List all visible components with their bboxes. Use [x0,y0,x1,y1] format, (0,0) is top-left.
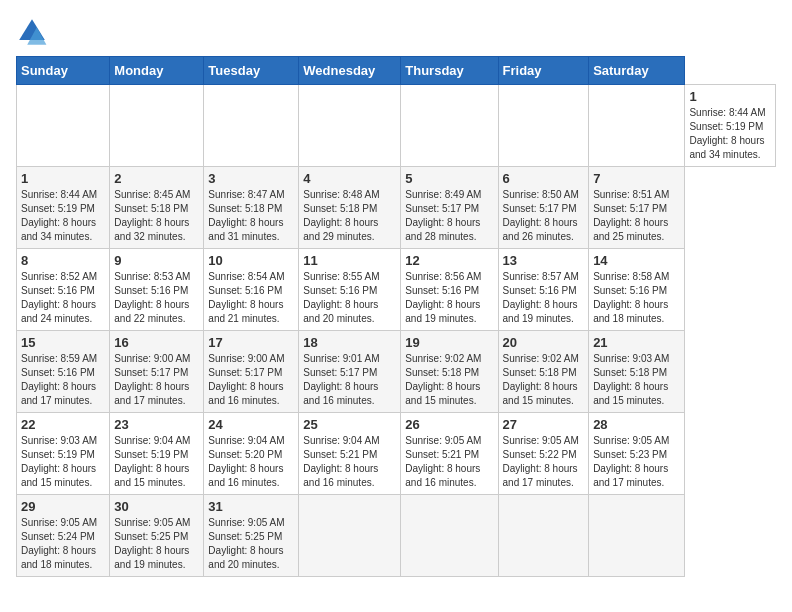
calendar-cell: 11Sunrise: 8:55 AMSunset: 5:16 PMDayligh… [299,249,401,331]
day-detail: Sunrise: 9:01 AMSunset: 5:17 PMDaylight:… [303,352,396,408]
calendar-cell [17,85,110,167]
day-number: 17 [208,335,294,350]
calendar-cell: 21Sunrise: 9:03 AMSunset: 5:18 PMDayligh… [589,331,685,413]
calendar-cell: 12Sunrise: 8:56 AMSunset: 5:16 PMDayligh… [401,249,498,331]
day-detail: Sunrise: 9:05 AMSunset: 5:23 PMDaylight:… [593,434,680,490]
day-detail: Sunrise: 9:00 AMSunset: 5:17 PMDaylight:… [114,352,199,408]
calendar-cell: 19Sunrise: 9:02 AMSunset: 5:18 PMDayligh… [401,331,498,413]
logo-icon [16,16,48,48]
day-detail: Sunrise: 8:52 AMSunset: 5:16 PMDaylight:… [21,270,105,326]
calendar-week-row: 15Sunrise: 8:59 AMSunset: 5:16 PMDayligh… [17,331,776,413]
calendar-cell: 1Sunrise: 8:44 AMSunset: 5:19 PMDaylight… [685,85,776,167]
calendar-cell: 10Sunrise: 8:54 AMSunset: 5:16 PMDayligh… [204,249,299,331]
day-number: 2 [114,171,199,186]
calendar-cell: 4Sunrise: 8:48 AMSunset: 5:18 PMDaylight… [299,167,401,249]
day-number: 6 [503,171,585,186]
day-number: 3 [208,171,294,186]
day-number: 26 [405,417,493,432]
day-number: 25 [303,417,396,432]
calendar-day-header: Sunday [17,57,110,85]
day-number: 4 [303,171,396,186]
day-detail: Sunrise: 8:50 AMSunset: 5:17 PMDaylight:… [503,188,585,244]
day-number: 15 [21,335,105,350]
calendar-cell [498,85,589,167]
day-detail: Sunrise: 8:59 AMSunset: 5:16 PMDaylight:… [21,352,105,408]
day-number: 22 [21,417,105,432]
day-detail: Sunrise: 8:48 AMSunset: 5:18 PMDaylight:… [303,188,396,244]
day-detail: Sunrise: 9:02 AMSunset: 5:18 PMDaylight:… [503,352,585,408]
day-detail: Sunrise: 9:05 AMSunset: 5:21 PMDaylight:… [405,434,493,490]
calendar-week-row: 8Sunrise: 8:52 AMSunset: 5:16 PMDaylight… [17,249,776,331]
calendar-week-row: 1Sunrise: 8:44 AMSunset: 5:19 PMDaylight… [17,167,776,249]
day-detail: Sunrise: 9:03 AMSunset: 5:19 PMDaylight:… [21,434,105,490]
day-detail: Sunrise: 9:04 AMSunset: 5:21 PMDaylight:… [303,434,396,490]
calendar-header-row: SundayMondayTuesdayWednesdayThursdayFrid… [17,57,776,85]
calendar-cell: 31Sunrise: 9:05 AMSunset: 5:25 PMDayligh… [204,495,299,577]
day-number: 16 [114,335,199,350]
day-detail: Sunrise: 9:04 AMSunset: 5:20 PMDaylight:… [208,434,294,490]
calendar-week-row: 1Sunrise: 8:44 AMSunset: 5:19 PMDaylight… [17,85,776,167]
day-number: 20 [503,335,585,350]
calendar-cell [299,495,401,577]
calendar-cell: 26Sunrise: 9:05 AMSunset: 5:21 PMDayligh… [401,413,498,495]
day-number: 10 [208,253,294,268]
calendar-cell: 2Sunrise: 8:45 AMSunset: 5:18 PMDaylight… [110,167,204,249]
day-detail: Sunrise: 9:04 AMSunset: 5:19 PMDaylight:… [114,434,199,490]
day-number: 27 [503,417,585,432]
calendar-week-row: 22Sunrise: 9:03 AMSunset: 5:19 PMDayligh… [17,413,776,495]
day-number: 5 [405,171,493,186]
calendar-cell: 23Sunrise: 9:04 AMSunset: 5:19 PMDayligh… [110,413,204,495]
calendar-cell: 27Sunrise: 9:05 AMSunset: 5:22 PMDayligh… [498,413,589,495]
day-number: 12 [405,253,493,268]
day-number: 23 [114,417,199,432]
calendar-cell: 20Sunrise: 9:02 AMSunset: 5:18 PMDayligh… [498,331,589,413]
day-detail: Sunrise: 9:05 AMSunset: 5:25 PMDaylight:… [208,516,294,572]
calendar-cell: 17Sunrise: 9:00 AMSunset: 5:17 PMDayligh… [204,331,299,413]
calendar-cell [401,495,498,577]
calendar-day-header: Saturday [589,57,685,85]
calendar-cell [110,85,204,167]
calendar-cell: 7Sunrise: 8:51 AMSunset: 5:17 PMDaylight… [589,167,685,249]
day-detail: Sunrise: 8:54 AMSunset: 5:16 PMDaylight:… [208,270,294,326]
calendar-day-header: Tuesday [204,57,299,85]
calendar-cell [401,85,498,167]
day-number: 24 [208,417,294,432]
calendar-cell: 5Sunrise: 8:49 AMSunset: 5:17 PMDaylight… [401,167,498,249]
calendar-cell: 18Sunrise: 9:01 AMSunset: 5:17 PMDayligh… [299,331,401,413]
calendar-cell [498,495,589,577]
day-detail: Sunrise: 9:05 AMSunset: 5:22 PMDaylight:… [503,434,585,490]
day-number: 9 [114,253,199,268]
day-number: 29 [21,499,105,514]
calendar-cell: 15Sunrise: 8:59 AMSunset: 5:16 PMDayligh… [17,331,110,413]
day-detail: Sunrise: 8:44 AMSunset: 5:19 PMDaylight:… [689,106,771,162]
day-number: 1 [21,171,105,186]
calendar-cell [204,85,299,167]
day-detail: Sunrise: 8:45 AMSunset: 5:18 PMDaylight:… [114,188,199,244]
day-detail: Sunrise: 9:00 AMSunset: 5:17 PMDaylight:… [208,352,294,408]
day-detail: Sunrise: 8:49 AMSunset: 5:17 PMDaylight:… [405,188,493,244]
calendar-cell: 6Sunrise: 8:50 AMSunset: 5:17 PMDaylight… [498,167,589,249]
calendar-cell: 16Sunrise: 9:00 AMSunset: 5:17 PMDayligh… [110,331,204,413]
day-number: 11 [303,253,396,268]
day-number: 18 [303,335,396,350]
day-number: 31 [208,499,294,514]
calendar-cell: 22Sunrise: 9:03 AMSunset: 5:19 PMDayligh… [17,413,110,495]
day-detail: Sunrise: 8:57 AMSunset: 5:16 PMDaylight:… [503,270,585,326]
day-number: 14 [593,253,680,268]
calendar-day-header: Thursday [401,57,498,85]
day-detail: Sunrise: 8:44 AMSunset: 5:19 PMDaylight:… [21,188,105,244]
day-number: 1 [689,89,771,104]
day-detail: Sunrise: 8:56 AMSunset: 5:16 PMDaylight:… [405,270,493,326]
day-detail: Sunrise: 9:03 AMSunset: 5:18 PMDaylight:… [593,352,680,408]
calendar-cell: 24Sunrise: 9:04 AMSunset: 5:20 PMDayligh… [204,413,299,495]
calendar-table: SundayMondayTuesdayWednesdayThursdayFrid… [16,56,776,577]
calendar-cell: 13Sunrise: 8:57 AMSunset: 5:16 PMDayligh… [498,249,589,331]
day-number: 19 [405,335,493,350]
calendar-cell: 1Sunrise: 8:44 AMSunset: 5:19 PMDaylight… [17,167,110,249]
day-number: 28 [593,417,680,432]
calendar-cell [589,495,685,577]
calendar-week-row: 29Sunrise: 9:05 AMSunset: 5:24 PMDayligh… [17,495,776,577]
day-detail: Sunrise: 8:55 AMSunset: 5:16 PMDaylight:… [303,270,396,326]
calendar-cell: 8Sunrise: 8:52 AMSunset: 5:16 PMDaylight… [17,249,110,331]
calendar-cell: 25Sunrise: 9:04 AMSunset: 5:21 PMDayligh… [299,413,401,495]
